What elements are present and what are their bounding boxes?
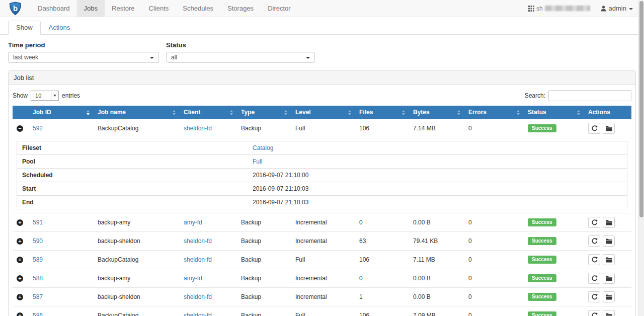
column-header-status[interactable]: Status: [524, 106, 584, 119]
expand-toggle-icon[interactable]: +: [17, 238, 23, 245]
job-bytes: 7.09 MB: [413, 312, 436, 316]
job-id-link[interactable]: 589: [33, 256, 43, 263]
user-menu[interactable]: admin: [601, 5, 633, 12]
folder-icon: [606, 313, 612, 316]
client-link[interactable]: sheldon-fd: [184, 256, 212, 263]
rerun-button[interactable]: [588, 217, 600, 228]
expand-toggle-icon[interactable]: +: [17, 257, 23, 263]
rerun-button[interactable]: [588, 254, 600, 265]
detail-value: 2016-09-07 21:10:00: [248, 169, 627, 182]
column-header-client[interactable]: Client: [180, 106, 237, 119]
job-errors: 0: [468, 219, 472, 226]
tab-bar: Show Actions: [0, 17, 644, 35]
detail-value-link[interactable]: Full: [253, 158, 262, 165]
sort-icon: [402, 110, 405, 115]
sort-icon: [348, 110, 351, 115]
restore-button[interactable]: [603, 273, 615, 284]
nav-item-dashboard[interactable]: Dashboard: [31, 0, 77, 17]
job-level: Full: [295, 312, 305, 316]
show-label: Show: [13, 92, 28, 99]
vertical-scrollbar[interactable]: [638, 0, 644, 316]
time-period-select[interactable]: last week: [8, 52, 159, 63]
client-link[interactable]: sheldon-fd: [184, 125, 212, 132]
status-select[interactable]: all: [166, 52, 315, 63]
restore-button[interactable]: [603, 254, 615, 265]
job-id-link[interactable]: 591: [33, 219, 43, 226]
job-id-link[interactable]: 588: [33, 275, 43, 282]
entries-value: 10: [31, 91, 51, 100]
column-header-job-name[interactable]: Job name: [94, 106, 180, 119]
expand-toggle-icon[interactable]: −: [17, 125, 23, 132]
time-period-value: last week: [13, 54, 38, 61]
job-type: Backup: [241, 219, 261, 226]
expand-toggle-icon[interactable]: +: [17, 275, 23, 282]
job-list-panel: Job list Show 10 entries Search:: [8, 70, 636, 316]
bareos-logo[interactable]: b: [0, 0, 31, 17]
job-id-link[interactable]: 586: [33, 312, 43, 316]
rerun-icon: [591, 125, 598, 132]
detail-row: Start 2016-09-07 21:10:03: [17, 182, 627, 195]
entries-select[interactable]: 10: [31, 91, 59, 101]
job-level: Incremental: [295, 275, 327, 282]
client-link[interactable]: amy-fd: [184, 275, 202, 282]
detail-label: End: [17, 196, 248, 209]
column-header-expand: [13, 106, 29, 119]
job-id-link[interactable]: 592: [33, 125, 43, 132]
job-files: 106: [359, 312, 369, 316]
restore-button[interactable]: [603, 235, 615, 247]
restore-button[interactable]: [603, 291, 615, 302]
job-id-link[interactable]: 590: [33, 238, 43, 245]
nav-item-clients[interactable]: Clients: [142, 0, 176, 17]
scrollbar-thumb[interactable]: [639, 1, 643, 217]
detail-label: Scheduled: [17, 169, 248, 182]
client-link[interactable]: sheldon-fd: [184, 238, 212, 245]
expand-toggle-icon[interactable]: +: [17, 312, 23, 316]
select-arrow: [51, 91, 58, 100]
rerun-button[interactable]: [588, 123, 600, 134]
detail-row: Scheduled 2016-09-07 21:10:00: [17, 168, 627, 182]
job-level: Incremental: [295, 293, 327, 300]
column-header-files[interactable]: Files: [355, 106, 409, 119]
detail-row: End 2016-09-07 21:10:03: [17, 195, 627, 209]
folder-icon: [606, 239, 612, 244]
expand-toggle-icon[interactable]: +: [17, 294, 23, 300]
host-selector[interactable]: sh: [528, 5, 590, 12]
column-header-bytes[interactable]: Bytes: [409, 106, 464, 119]
tab-show[interactable]: Show: [8, 21, 41, 35]
table-row: + 589 BackupCatalog sheldon-fd Backup Fu…: [13, 251, 631, 269]
job-id-link[interactable]: 587: [33, 293, 43, 300]
sort-icon: [457, 110, 460, 115]
client-link[interactable]: sheldon-fd: [184, 312, 212, 316]
job-name: backup-amy: [98, 275, 130, 282]
restore-button[interactable]: [603, 217, 615, 228]
column-header-job-id[interactable]: Job ID: [29, 106, 94, 119]
rerun-button[interactable]: [588, 235, 600, 247]
job-type: Backup: [241, 125, 261, 132]
restore-button[interactable]: [603, 123, 615, 134]
column-header-type[interactable]: Type: [237, 106, 291, 119]
client-link[interactable]: amy-fd: [184, 219, 202, 226]
rerun-button[interactable]: [588, 310, 600, 316]
search-input[interactable]: [548, 90, 631, 101]
tab-actions[interactable]: Actions: [41, 21, 78, 35]
client-link[interactable]: sheldon-fd: [184, 293, 212, 300]
detail-value-link[interactable]: Catalog: [253, 144, 273, 151]
column-header-level[interactable]: Level: [291, 106, 355, 119]
job-bytes: 0.00 B: [413, 275, 431, 282]
restore-button[interactable]: [603, 310, 615, 316]
detail-value: 2016-09-07 21:10:03: [248, 182, 627, 195]
job-files: 0: [359, 275, 363, 282]
column-header-errors[interactable]: Errors: [464, 106, 524, 119]
nav-item-director[interactable]: Director: [261, 0, 298, 17]
table-row: + 591 backup-amy amy-fd Backup Increment…: [13, 213, 631, 232]
nav-item-schedules[interactable]: Schedules: [176, 0, 220, 17]
expand-toggle-icon[interactable]: +: [17, 219, 23, 226]
rerun-button[interactable]: [588, 273, 600, 284]
nav-item-storages[interactable]: Storages: [220, 0, 261, 17]
nav-item-restore[interactable]: Restore: [105, 0, 142, 17]
job-level: Full: [295, 125, 305, 132]
job-name: BackupCatalog: [98, 256, 138, 263]
rerun-button[interactable]: [588, 291, 600, 302]
detail-value: 2016-09-07 21:10:03: [248, 196, 627, 209]
nav-item-jobs[interactable]: Jobs: [77, 0, 105, 17]
